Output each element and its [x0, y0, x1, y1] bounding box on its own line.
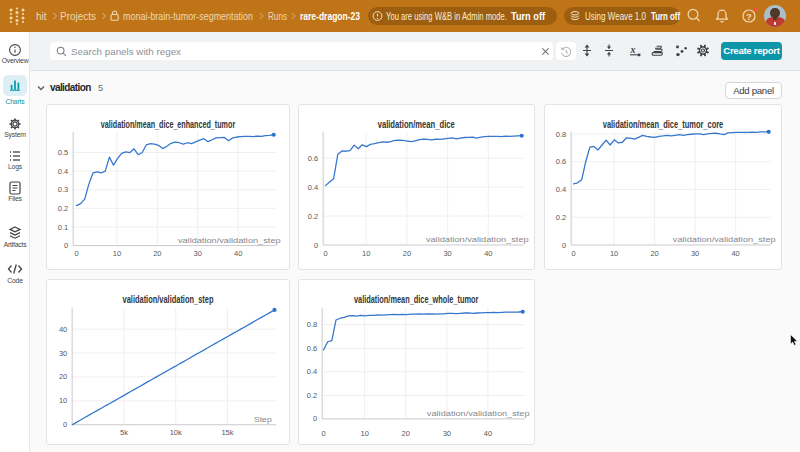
svg-text:10: 10 [360, 429, 368, 438]
svg-text:10: 10 [113, 249, 121, 258]
svg-text:Step: Step [254, 415, 272, 424]
svg-text:validation/mean_dice_whole_tum: validation/mean_dice_whole_tumor [354, 294, 479, 305]
svg-text:0: 0 [74, 249, 78, 258]
svg-text:20: 20 [402, 429, 410, 438]
svg-text:0.8: 0.8 [307, 320, 317, 329]
svg-text:validation/mean_dice: validation/mean_dice [378, 119, 455, 130]
svg-text:0.3: 0.3 [58, 185, 68, 194]
svg-text:0.2: 0.2 [58, 204, 68, 213]
svg-text:10: 10 [610, 249, 618, 258]
svg-text:5k: 5k [120, 428, 128, 437]
svg-text:0: 0 [314, 241, 318, 250]
svg-text:0: 0 [572, 249, 576, 258]
svg-text:30: 30 [443, 429, 451, 438]
svg-text:validation/validation_step: validation/validation_step [426, 235, 529, 244]
svg-text:0.2: 0.2 [308, 212, 318, 221]
svg-text:0: 0 [562, 241, 566, 250]
svg-text:0: 0 [64, 241, 68, 250]
svg-text:validation/mean_dice_enhanced_: validation/mean_dice_enhanced_tumor [101, 119, 235, 130]
svg-text:20: 20 [153, 249, 161, 258]
svg-text:30: 30 [194, 249, 202, 258]
svg-text:validation/mean_dice_tumor_cor: validation/mean_dice_tumor_core [603, 119, 724, 130]
svg-text:rare-dragon-23: rare-dragon-23 [300, 11, 360, 22]
svg-text:0.1: 0.1 [58, 223, 68, 232]
svg-text:10k: 10k [170, 428, 182, 437]
svg-text:0.2: 0.2 [307, 391, 317, 400]
svg-text:0.6: 0.6 [307, 344, 317, 353]
svg-text:?: ? [746, 11, 752, 22]
svg-text:40: 40 [59, 325, 67, 334]
svg-text:0.6: 0.6 [308, 154, 318, 163]
svg-text:40: 40 [731, 249, 739, 258]
svg-text:validation/validation_step: validation/validation_step [123, 294, 214, 305]
svg-text:hit: hit [36, 11, 47, 22]
svg-text:20: 20 [403, 249, 411, 258]
svg-text:10: 10 [362, 249, 370, 258]
svg-text:30: 30 [691, 249, 699, 258]
svg-text:0.8: 0.8 [556, 130, 566, 139]
svg-text:validation/validation_step: validation/validation_step [178, 236, 281, 245]
svg-text:0.5: 0.5 [58, 148, 68, 157]
svg-text:Runs: Runs [268, 11, 287, 22]
svg-text:10: 10 [59, 396, 67, 405]
svg-text:0.2: 0.2 [556, 213, 566, 222]
svg-text:x: x [630, 44, 636, 55]
svg-text:30: 30 [59, 349, 67, 358]
svg-text:0: 0 [313, 414, 317, 423]
svg-text:0.4: 0.4 [58, 167, 68, 176]
svg-text:validation/validation_step: validation/validation_step [673, 235, 776, 244]
svg-text:0: 0 [323, 249, 327, 258]
svg-text:Turn off: Turn off [511, 11, 546, 22]
svg-text:40: 40 [484, 249, 492, 258]
svg-text:0: 0 [63, 420, 67, 429]
svg-text:30: 30 [443, 249, 451, 258]
svg-text:0.4: 0.4 [556, 185, 566, 194]
svg-text:15k: 15k [221, 428, 233, 437]
svg-text:20: 20 [59, 372, 67, 381]
svg-text:Turn off: Turn off [651, 11, 681, 22]
svg-text:You are using W&B in Admin mod: You are using W&B in Admin mode. [386, 11, 507, 22]
svg-text:Projects: Projects [60, 11, 96, 22]
svg-text:monai-brain-tumor-segmentation: monai-brain-tumor-segmentation [123, 11, 253, 22]
svg-text:40: 40 [484, 429, 492, 438]
svg-text:40: 40 [234, 249, 242, 258]
svg-text:0.4: 0.4 [307, 367, 317, 376]
svg-text:Using Weave 1.0: Using Weave 1.0 [585, 11, 646, 22]
svg-text:0.6: 0.6 [556, 157, 566, 166]
svg-text:validation/validation_step: validation/validation_step [427, 409, 530, 418]
svg-text:0.4: 0.4 [308, 183, 318, 192]
svg-text:20: 20 [650, 249, 658, 258]
svg-text:0: 0 [321, 429, 325, 438]
